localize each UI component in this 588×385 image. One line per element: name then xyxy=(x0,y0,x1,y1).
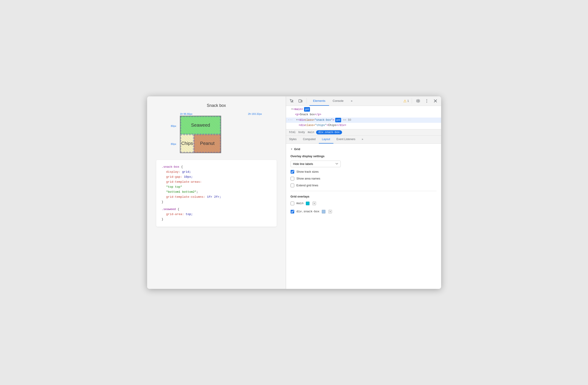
checkbox-row-extend-lines: Extend grid lines xyxy=(291,184,437,187)
page-title: Snack box xyxy=(156,103,277,108)
grid-row-labels: 80px 80px xyxy=(171,117,176,153)
grid-section-title: ▼ Grid xyxy=(291,147,437,151)
devtools-panel: Elements Console » ⚠ 1 xyxy=(286,96,441,289)
breadcrumb-snack-box[interactable]: div.snack-box xyxy=(316,130,342,134)
code-line: .snack-box { xyxy=(162,165,271,170)
dropdown-row: Hide line labels Show line numbers Show … xyxy=(291,161,437,167)
line-labels-dropdown[interactable]: Hide line labels Show line numbers Show … xyxy=(291,161,341,167)
subtab-layout[interactable]: Layout xyxy=(319,135,333,144)
svg-point-3 xyxy=(426,99,427,100)
devtools-toolbar: Elements Console » ⚠ 1 xyxy=(286,96,441,106)
devtools-main-tabs: Elements Console » xyxy=(310,96,356,106)
breadcrumb-body[interactable]: body xyxy=(297,130,306,134)
col-label-1: 1fr·96.66px xyxy=(180,112,192,115)
overlay-settings-title: Overlay display settings xyxy=(291,154,437,158)
overlay-row-main: main xyxy=(291,201,437,206)
grid-cell-seaweed: Seaweed xyxy=(180,116,221,134)
dom-row-chips[interactable]: <div class= "chips" > Chips </div> xyxy=(286,123,441,128)
inspect-element-button[interactable] xyxy=(288,98,295,104)
code-line: } xyxy=(162,200,271,205)
row-label-1: 80px xyxy=(171,125,176,127)
section-triangle-icon: ▼ xyxy=(291,148,293,150)
snack-box-overlay-label: div.snack-box xyxy=(296,210,319,213)
svg-rect-0 xyxy=(299,100,301,102)
dom-row-snack-box[interactable]: ··· ▼ <div class= "snack-box" > grid == … xyxy=(286,118,441,123)
show-track-sizes-label: Show track sizes xyxy=(296,170,319,173)
settings-button[interactable] xyxy=(415,98,421,104)
grid-label: Grid xyxy=(294,147,300,151)
svg-rect-1 xyxy=(301,100,302,102)
warning-count: 1 xyxy=(407,99,409,103)
subtab-event-listeners[interactable]: Event Listeners xyxy=(333,135,359,144)
code-line: display: grid; xyxy=(162,170,271,174)
checkbox-row-area-names: Show area names xyxy=(291,177,437,180)
code-block: .snack-box { display: grid; grid-gap: 10… xyxy=(156,160,277,227)
row-label-2: 80px xyxy=(171,143,176,145)
main-overlay-label: main xyxy=(296,202,304,205)
svg-point-4 xyxy=(426,101,427,101)
toolbar-divider xyxy=(307,98,307,104)
grid-badge-snack-box: grid xyxy=(335,118,341,122)
snack-box-overlay-checkbox[interactable] xyxy=(291,210,294,214)
subtab-styles[interactable]: Styles xyxy=(286,135,300,144)
show-area-names-label: Show area names xyxy=(296,177,320,180)
extend-grid-lines-label: Extend grid lines xyxy=(296,184,318,187)
dom-row-p[interactable]: <p> Snack box </p> xyxy=(286,112,441,118)
browser-window: Snack box 1fr·96.66px 2fr·193.32px 80px … xyxy=(147,96,441,289)
layout-content: ▼ Grid Overlay display settings Hide lin… xyxy=(286,144,441,289)
css-grid-preview: Seaweed Chips Peanut xyxy=(180,116,221,153)
snack-box-color-swatch[interactable] xyxy=(322,210,325,214)
tab-console[interactable]: Console xyxy=(329,96,347,106)
overlay-row-snack-box: div.snack-box xyxy=(291,209,437,214)
tab-elements[interactable]: Elements xyxy=(310,96,329,106)
code-line: "bottom1 bottom2"; xyxy=(162,190,271,194)
dom-tree: ▼ <main> grid <p> Snack box </p> ··· ▼ <… xyxy=(286,106,441,129)
code-line: grid-gap: 10px; xyxy=(162,174,271,179)
grid-cell-peanut: Peanut xyxy=(194,134,221,153)
main-overlay-checkbox[interactable] xyxy=(291,202,294,205)
snack-box-overlay-options-button[interactable] xyxy=(328,209,333,214)
extend-grid-lines-checkbox[interactable] xyxy=(291,184,294,187)
subtab-computed[interactable]: Computed xyxy=(300,135,319,144)
close-devtools-button[interactable] xyxy=(432,98,439,104)
devtools-subtabs: Styles Computed Layout Event Listeners » xyxy=(286,136,441,144)
grid-badge-main: grid xyxy=(304,107,310,112)
grid-overlays-title: Grid overlays xyxy=(291,195,437,198)
svg-point-5 xyxy=(426,102,427,103)
checkbox-row-track-sizes: Show track sizes xyxy=(291,170,437,173)
code-line: grid-template-columns: 1fr 2fr; xyxy=(162,194,271,200)
main-overlay-options-button[interactable] xyxy=(312,201,317,206)
dom-triangle-icon: ▼ xyxy=(292,107,293,111)
subtab-more[interactable]: » xyxy=(358,135,366,144)
dom-row-main[interactable]: ▼ <main> grid xyxy=(286,107,441,112)
show-area-names-checkbox[interactable] xyxy=(291,177,294,180)
warning-icon: ⚠ xyxy=(403,99,406,103)
code-line: .seaweed { xyxy=(162,207,271,212)
grid-col-labels: 1fr·96.66px 2fr·193.32px xyxy=(171,112,262,116)
breadcrumb-main[interactable]: main xyxy=(307,130,315,134)
show-track-sizes-checkbox[interactable] xyxy=(291,170,294,173)
page-panel: Snack box 1fr·96.66px 2fr·193.32px 80px … xyxy=(147,96,286,289)
more-options-button[interactable] xyxy=(423,98,430,104)
device-toggle-button[interactable] xyxy=(297,98,304,104)
code-line: } xyxy=(162,217,271,222)
browser-content: Snack box 1fr·96.66px 2fr·193.32px 80px … xyxy=(147,96,441,289)
col-label-2: 2fr·193.32px xyxy=(248,112,262,115)
tab-more[interactable]: » xyxy=(347,96,356,106)
breadcrumb: html body main div.snack-box xyxy=(286,129,441,136)
code-line: "top top" xyxy=(162,185,271,190)
warning-badge: ⚠ 1 xyxy=(403,99,409,103)
code-line: grid-template-areas: xyxy=(162,179,271,185)
code-line: grid-area: top; xyxy=(162,212,271,217)
dom-triangle-icon-2: ▼ xyxy=(296,118,298,122)
grid-cell-chips: Chips xyxy=(180,134,194,153)
main-color-swatch[interactable] xyxy=(306,202,310,205)
grid-visual-container: 1fr·96.66px 2fr·193.32px 80px 80px Seawe… xyxy=(171,112,262,153)
breadcrumb-html[interactable]: html xyxy=(288,130,297,134)
